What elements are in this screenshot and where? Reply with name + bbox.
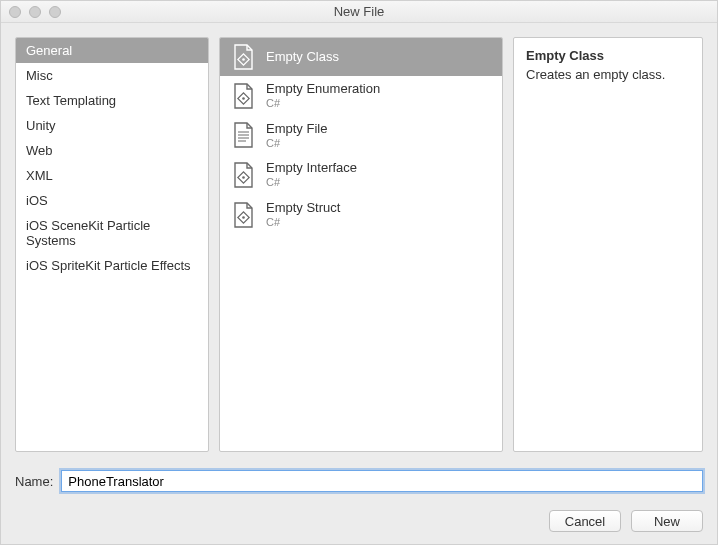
csharp-file-icon — [230, 83, 256, 109]
template-item[interactable]: Empty InterfaceC# — [220, 155, 502, 195]
name-label: Name: — [15, 474, 53, 489]
new-button[interactable]: New — [631, 510, 703, 532]
svg-point-3 — [242, 97, 245, 100]
name-row: Name: — [15, 470, 703, 492]
window-title: New File — [1, 4, 717, 19]
template-name: Empty File — [266, 122, 327, 137]
category-item[interactable]: Web — [16, 138, 208, 163]
close-icon[interactable] — [9, 6, 21, 18]
template-name: Empty Class — [266, 50, 339, 65]
template-subtitle: C# — [266, 137, 327, 150]
category-item[interactable]: Text Templating — [16, 88, 208, 113]
csharp-file-icon — [230, 44, 256, 70]
template-item[interactable]: Empty Class — [220, 38, 502, 76]
name-input[interactable] — [61, 470, 703, 492]
file-icon — [230, 122, 256, 148]
category-item[interactable]: iOS SceneKit Particle Systems — [16, 213, 208, 253]
template-item[interactable]: Empty FileC# — [220, 116, 502, 156]
csharp-file-icon — [230, 162, 256, 188]
window-controls — [9, 6, 61, 18]
category-list[interactable]: GeneralMiscText TemplatingUnityWebXMLiOS… — [15, 37, 209, 452]
zoom-icon[interactable] — [49, 6, 61, 18]
category-item[interactable]: General — [16, 38, 208, 63]
svg-point-9 — [242, 176, 245, 179]
template-name: Empty Interface — [266, 161, 357, 176]
titlebar: New File — [1, 1, 717, 23]
new-file-dialog: New File GeneralMiscText TemplatingUnity… — [0, 0, 718, 545]
template-item[interactable]: Empty StructC# — [220, 195, 502, 235]
category-item[interactable]: iOS SpriteKit Particle Effects — [16, 253, 208, 278]
description-body: Creates an empty class. — [526, 67, 690, 82]
panels: GeneralMiscText TemplatingUnityWebXMLiOS… — [15, 37, 703, 452]
template-subtitle: C# — [266, 216, 340, 229]
category-item[interactable]: XML — [16, 163, 208, 188]
button-row: Cancel New — [15, 510, 703, 532]
template-list[interactable]: Empty Class Empty EnumerationC# Empty Fi… — [219, 37, 503, 452]
category-item[interactable]: iOS — [16, 188, 208, 213]
dialog-content: GeneralMiscText TemplatingUnityWebXMLiOS… — [1, 23, 717, 544]
cancel-button[interactable]: Cancel — [549, 510, 621, 532]
template-subtitle: C# — [266, 97, 380, 110]
minimize-icon[interactable] — [29, 6, 41, 18]
svg-point-1 — [242, 58, 245, 61]
template-subtitle: C# — [266, 176, 357, 189]
template-name: Empty Enumeration — [266, 82, 380, 97]
csharp-file-icon — [230, 202, 256, 228]
category-item[interactable]: Unity — [16, 113, 208, 138]
description-title: Empty Class — [526, 48, 690, 63]
category-item[interactable]: Misc — [16, 63, 208, 88]
template-name: Empty Struct — [266, 201, 340, 216]
description-panel: Empty Class Creates an empty class. — [513, 37, 703, 452]
template-item[interactable]: Empty EnumerationC# — [220, 76, 502, 116]
svg-point-11 — [242, 216, 245, 219]
